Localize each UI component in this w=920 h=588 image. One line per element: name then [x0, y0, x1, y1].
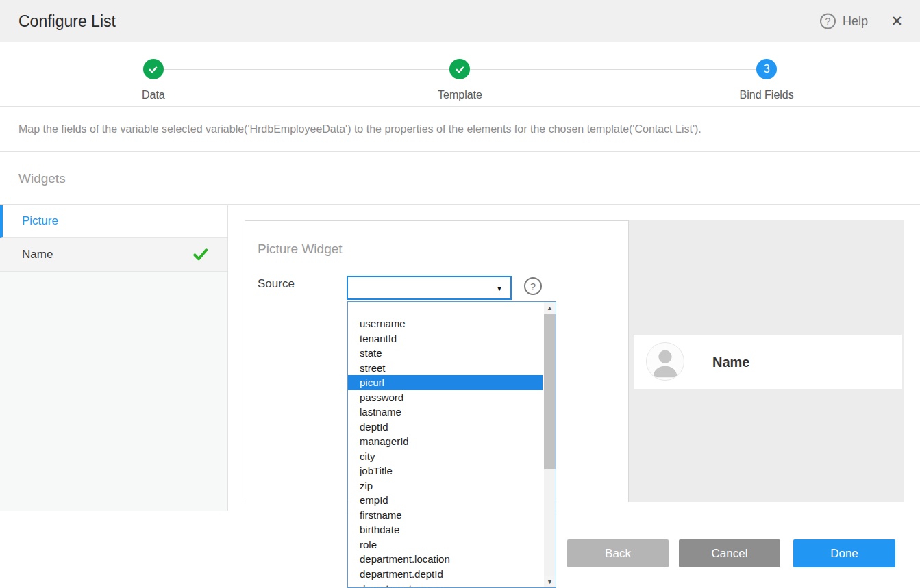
step-complete-icon	[449, 59, 470, 79]
help-icon: ?	[820, 13, 836, 29]
help-label: Help	[843, 14, 868, 28]
dropdown-option[interactable]: password	[348, 390, 543, 405]
source-field-dropdown: username tenantId state street picurl pa…	[347, 301, 556, 588]
dropdown-option[interactable]: department.location	[348, 552, 543, 567]
dialog-header: Configure List ? Help ✕	[0, 0, 920, 42]
sidebar-item-name[interactable]: Name	[0, 238, 227, 272]
step-complete-icon	[143, 59, 164, 79]
contact-card-preview: Name	[634, 335, 902, 389]
step-label: Bind Fields	[740, 89, 794, 101]
dropdown-options: username tenantId state street picurl pa…	[348, 302, 543, 588]
cancel-button[interactable]: Cancel	[679, 539, 780, 567]
back-button[interactable]: Back	[567, 539, 669, 567]
step-template[interactable]: Template	[307, 43, 614, 106]
dropdown-scrollbar[interactable]: ▲ ▼	[544, 302, 556, 587]
step-bind-fields[interactable]: 3 Bind Fields	[613, 43, 920, 106]
source-help-icon[interactable]: ?	[524, 277, 542, 295]
panel-title: Picture Widget	[258, 242, 343, 257]
page-title: Configure List	[18, 12, 116, 30]
dropdown-option[interactable]: city	[348, 449, 543, 464]
dropdown-option-selected[interactable]: picurl	[348, 375, 543, 390]
sidebar-item-label: Picture	[22, 214, 58, 228]
wizard-stepper: Data Template 3 Bind Fields	[0, 43, 920, 107]
help-button[interactable]: ? Help	[820, 13, 868, 29]
sidebar-item-picture[interactable]: Picture	[0, 205, 227, 238]
close-icon[interactable]: ✕	[891, 13, 903, 29]
dropdown-option[interactable]: zip	[348, 478, 543, 494]
scrollbar-thumb[interactable]	[544, 314, 556, 469]
dropdown-option[interactable]: jobTitle	[348, 463, 543, 478]
scroll-down-icon[interactable]: ▼	[544, 576, 556, 587]
mapped-check-icon	[192, 246, 208, 262]
source-label: Source	[258, 277, 295, 291]
dropdown-option[interactable]: lastname	[348, 405, 543, 420]
step-number-badge: 3	[756, 59, 777, 79]
source-select[interactable]: ▼	[347, 276, 512, 300]
dropdown-option[interactable]: street	[348, 361, 543, 376]
avatar-icon	[646, 342, 684, 381]
dropdown-option[interactable]: state	[348, 346, 543, 361]
step-label: Data	[142, 89, 165, 101]
dropdown-option[interactable]: department.name	[348, 581, 543, 588]
preview-name-label: Name	[712, 354, 749, 370]
dropdown-option[interactable]: firstname	[348, 508, 543, 523]
widgets-sidebar: Picture Name	[0, 205, 228, 511]
dropdown-option[interactable]: birthdate	[348, 522, 543, 537]
step-label: Template	[438, 89, 482, 101]
chevron-down-icon: ▼	[496, 277, 503, 298]
dropdown-option[interactable]: tenantId	[348, 331, 543, 346]
dropdown-option[interactable]: role	[348, 537, 543, 552]
description-text: Map the fields of the variable selected …	[18, 123, 701, 136]
step-data[interactable]: Data	[0, 43, 307, 106]
widgets-section-header: Widgets	[0, 153, 920, 205]
sidebar-item-label: Name	[22, 248, 53, 261]
dropdown-option[interactable]: empId	[348, 493, 543, 508]
widgets-title: Widgets	[18, 171, 66, 186]
done-button[interactable]: Done	[793, 539, 895, 567]
dropdown-option[interactable]: username	[348, 316, 543, 331]
dropdown-option[interactable]: managerId	[348, 434, 543, 449]
description-row: Map the fields of the variable selected …	[0, 107, 920, 152]
dropdown-option[interactable]: department.deptId	[348, 567, 543, 582]
template-preview-panel: Name	[629, 220, 904, 502]
dropdown-option[interactable]: deptId	[348, 420, 543, 435]
scroll-up-icon[interactable]: ▲	[544, 302, 556, 314]
